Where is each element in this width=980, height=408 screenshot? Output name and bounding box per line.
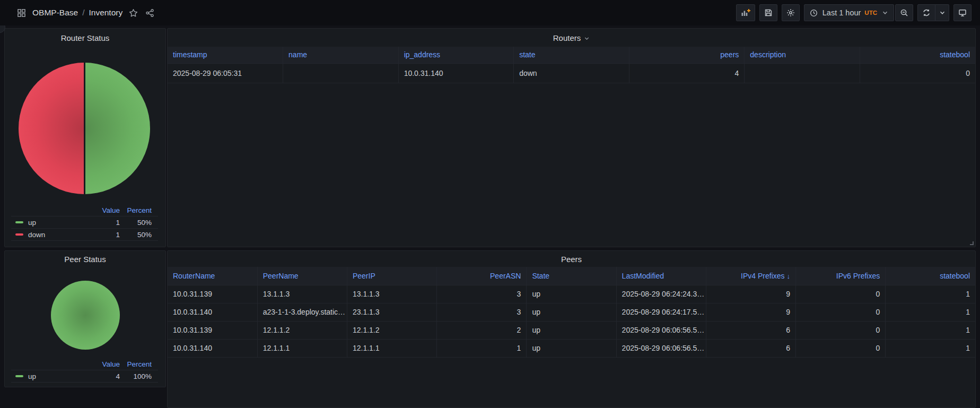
- peers-table-row: 10.0.31.140 a23-1-1-3.deploy.static… 23.…: [168, 303, 975, 321]
- column-header-statebool[interactable]: statebool: [886, 267, 975, 285]
- router-status-legend: Value Percent up 1 50% down 1 50%: [11, 204, 158, 241]
- cell-ipv4-prefixes: 9: [706, 303, 795, 321]
- routers-header-row: timestamp name ip_address state peers de…: [168, 47, 975, 63]
- panel-title[interactable]: Peer Status: [5, 251, 165, 267]
- cell-peername: a23-1-1-3.deploy.static…: [257, 303, 347, 321]
- cell-routername: 10.0.31.139: [168, 321, 257, 339]
- legend-value: 1: [89, 219, 120, 227]
- column-header-routername[interactable]: RouterName: [168, 267, 257, 285]
- column-header-timestamp[interactable]: timestamp: [168, 47, 283, 63]
- legend-header-value: Value: [89, 360, 120, 368]
- cell-lastmodified: 2025-08-29 06:06:56.5…: [616, 339, 706, 357]
- breadcrumb-dashboard-title[interactable]: OBMP-Base: [32, 8, 78, 18]
- timezone-label: UTC: [864, 10, 877, 16]
- refresh-button[interactable]: [917, 4, 935, 21]
- cell-peerip: 12.1.1.2: [347, 321, 436, 339]
- cell-state: up: [527, 285, 616, 303]
- panel-title-text: Router Status: [61, 33, 110, 42]
- sort-descending-icon: ↓: [787, 272, 791, 280]
- legend-row-up: up 4 100%: [11, 370, 158, 383]
- legend-row-up: up 1 50%: [11, 216, 158, 229]
- breadcrumb-current-page: Inventory: [89, 8, 122, 18]
- peers-table-row: 10.0.31.139 12.1.1.2 12.1.1.2 2 up 2025-…: [168, 321, 975, 339]
- peers-table-row: 10.0.31.140 12.1.1.1 12.1.1.1 1 up 2025-…: [168, 339, 975, 357]
- dashboard-toolbar: Last 1 hour UTC: [736, 4, 972, 21]
- column-header-ipv6-prefixes[interactable]: IPv6 Prefixes: [796, 267, 886, 285]
- cell-lastmodified: 2025-08-29 06:24:24.3…: [616, 285, 706, 303]
- dashboard-settings-gear-icon[interactable]: [782, 4, 800, 21]
- column-header-peername[interactable]: PeerName: [257, 267, 347, 285]
- legend-value: 4: [89, 372, 120, 380]
- cell-state: up: [527, 303, 616, 321]
- share-icon[interactable]: [144, 7, 155, 19]
- legend-percent: 100%: [120, 372, 158, 380]
- legend-label: up: [28, 219, 36, 227]
- peers-table-row: 10.0.31.139 13.1.1.3 13.1.1.3 3 up 2025-…: [168, 285, 975, 303]
- peer-status-legend: Value Percent up 4 100%: [11, 358, 158, 383]
- panel-title[interactable]: Router Status: [5, 29, 165, 47]
- cell-statebool: 1: [886, 303, 975, 321]
- column-header-peerasn[interactable]: PeerASN: [437, 267, 527, 285]
- column-header-ipv4-prefixes[interactable]: IPv4 Prefixes↓: [706, 267, 795, 285]
- dashboards-grid-icon[interactable]: [16, 7, 27, 19]
- column-header-description[interactable]: description: [745, 47, 860, 63]
- refresh-controls: [917, 4, 949, 21]
- routers-table-row: 2025-08-29 06:05:31 10.0.31.140 down 4 0: [168, 63, 975, 83]
- panel-peer-status: Peer Status Value Percent up 4 100%: [4, 250, 166, 387]
- column-header-peerip[interactable]: PeerIP: [347, 267, 436, 285]
- zoom-out-time-button[interactable]: [895, 4, 913, 21]
- refresh-interval-dropdown[interactable]: [935, 4, 949, 21]
- column-header-ip-address[interactable]: ip_address: [398, 47, 514, 63]
- time-controls: Last 1 hour UTC: [804, 4, 913, 21]
- cell-ipv4-prefixes: 6: [706, 339, 795, 357]
- cell-peerasn: 2: [437, 321, 527, 339]
- panel-title[interactable]: Peers: [168, 251, 975, 267]
- cell-peerip: 23.1.1.3: [347, 303, 436, 321]
- cell-ip-address: 10.0.31.140: [398, 63, 514, 83]
- pie-slice-divider: [84, 62, 85, 195]
- panel-routers: Routers timestamp name ip_address state …: [167, 28, 976, 247]
- column-header-name[interactable]: name: [283, 47, 399, 63]
- breadcrumb-separator: /: [82, 8, 84, 18]
- peers-header-row: RouterName PeerName PeerIP PeerASN State…: [168, 267, 975, 285]
- cell-peername: 12.1.1.1: [257, 339, 347, 357]
- panel-title-text: Peers: [561, 255, 582, 264]
- cell-statebool: 1: [886, 339, 975, 357]
- cell-routername: 10.0.31.140: [168, 339, 257, 357]
- panel-resize-handle[interactable]: [970, 241, 974, 245]
- legend-swatch-green: [15, 221, 23, 223]
- column-header-statebool[interactable]: statebool: [860, 47, 975, 63]
- favorite-star-icon[interactable]: [128, 7, 139, 19]
- cell-peerip: 12.1.1.1: [347, 339, 436, 357]
- cell-peerasn: 3: [437, 303, 527, 321]
- save-dashboard-button[interactable]: [759, 4, 777, 21]
- router-status-pie-chart: [19, 63, 150, 194]
- legend-row-down: down 1 50%: [11, 229, 158, 241]
- column-header-state[interactable]: State: [527, 267, 616, 285]
- cell-statebool: 1: [886, 321, 975, 339]
- cell-ipv6-prefixes: 0: [796, 303, 886, 321]
- cell-ipv6-prefixes: 0: [796, 285, 886, 303]
- cell-peerip: 13.1.1.3: [347, 285, 436, 303]
- cell-ipv6-prefixes: 0: [796, 339, 886, 357]
- time-range-picker[interactable]: Last 1 hour UTC: [804, 4, 894, 21]
- legend-header-row: Value Percent: [11, 204, 158, 216]
- panel-router-status: Router Status Value Percent up 1 50% dow…: [4, 28, 166, 247]
- cell-statebool: 0: [860, 63, 975, 83]
- legend-header-percent: Percent: [120, 360, 158, 368]
- clock-icon: [809, 8, 819, 18]
- cell-ipv6-prefixes: 0: [796, 321, 886, 339]
- add-panel-button[interactable]: [736, 4, 755, 21]
- cell-timestamp: 2025-08-29 06:05:31: [168, 63, 283, 83]
- panel-title-text: Routers: [553, 33, 581, 42]
- legend-label: down: [28, 231, 45, 239]
- column-header-lastmodified[interactable]: LastModified: [616, 267, 706, 285]
- column-header-label: IPv4 Prefixes: [741, 272, 784, 280]
- column-header-peers[interactable]: peers: [629, 47, 745, 63]
- cell-state: up: [527, 339, 616, 357]
- cell-peers: 4: [629, 63, 745, 83]
- column-header-state[interactable]: state: [514, 47, 629, 63]
- panel-title[interactable]: Routers: [168, 29, 975, 47]
- legend-swatch-red: [15, 233, 23, 236]
- kiosk-mode-monitor-icon[interactable]: [953, 4, 972, 21]
